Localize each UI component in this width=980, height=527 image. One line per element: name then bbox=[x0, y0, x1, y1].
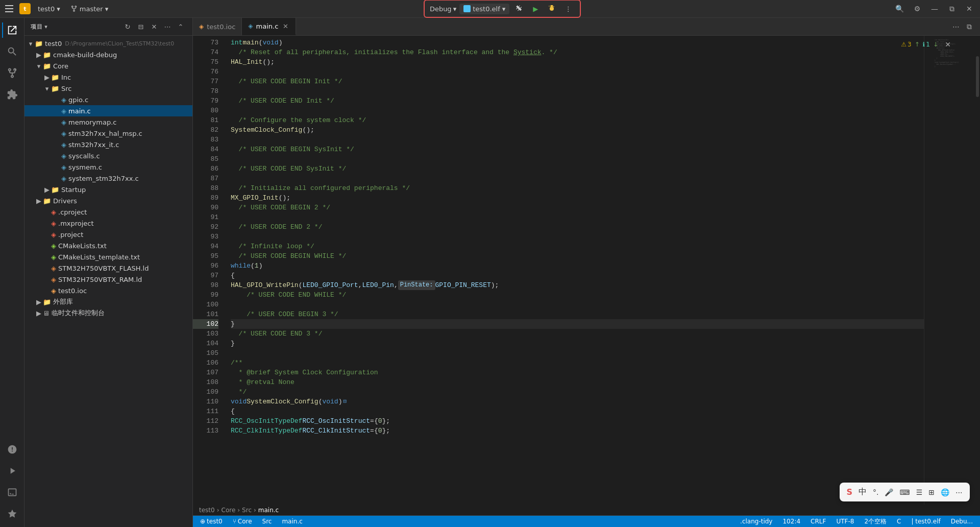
status-line-ending[interactable]: CRLF bbox=[808, 517, 828, 526]
minimap[interactable]: int main(void){ HAL_Init(); SystemClock_… bbox=[924, 36, 975, 505]
ime-voice[interactable]: 🎤 bbox=[884, 487, 894, 497]
status-clang-tidy[interactable]: .clang-tidy bbox=[738, 517, 774, 526]
collapse-icon[interactable]: ⊟ bbox=[135, 21, 146, 32]
breadcrumb-item-core[interactable]: Core bbox=[222, 507, 236, 514]
settings-icon-btn[interactable]: ⚙ bbox=[911, 2, 924, 15]
tree-item-test0[interactable]: ▾ 📁 test0 D:\Programme\CLion_Test\STM32\… bbox=[24, 38, 192, 49]
code-line-110: void SystemClock_Config(void) ⊟ bbox=[231, 397, 924, 406]
tree-item-project[interactable]: ◈ .project bbox=[24, 229, 192, 240]
tree-item-main-c[interactable]: ◈ main.c bbox=[24, 105, 192, 116]
tree-item-ram-ld[interactable]: ◈ STM32H750VBTX_RAM.ld bbox=[24, 274, 192, 285]
tree-item-src[interactable]: ▾ 📁 Src bbox=[24, 83, 192, 94]
status-spaces[interactable]: 2个空格 bbox=[862, 516, 889, 527]
ime-lang[interactable]: 🌐 bbox=[940, 487, 950, 497]
tree-item-mxproject[interactable]: ◈ .mxproject bbox=[24, 218, 192, 229]
activity-terminal[interactable] bbox=[2, 482, 22, 502]
status-src[interactable]: Src bbox=[260, 517, 274, 526]
tree-label: main.c bbox=[68, 107, 91, 115]
tree-item-syscalls[interactable]: ◈ syscalls.c bbox=[24, 150, 192, 161]
tree-item-startup[interactable]: ▶ 📁 Startup bbox=[24, 184, 192, 195]
debug-icon-btn[interactable] bbox=[545, 2, 558, 15]
tree-item-drivers[interactable]: ▶ 📁 Drivers bbox=[24, 195, 192, 206]
search-icon-btn[interactable]: 🔍 bbox=[893, 2, 906, 15]
tab-list-icon[interactable]: ⋯ bbox=[949, 20, 963, 33]
ime-more[interactable]: ⋯ bbox=[954, 487, 964, 497]
tree-item-sysmem[interactable]: ◈ sysmem.c bbox=[24, 161, 192, 173]
tree-item-temp[interactable]: ▶ 🖥 临时文件和控制台 bbox=[24, 307, 192, 319]
c-file-icon: ◈ bbox=[61, 141, 66, 149]
status-branch[interactable]: ⑂ Core bbox=[231, 517, 254, 526]
menu-icon[interactable] bbox=[4, 3, 15, 14]
breadcrumb-item-test0[interactable]: test0 bbox=[199, 507, 215, 514]
c-file-icon: ◈ bbox=[61, 118, 66, 126]
sidebar-actions: ↻ ⊟ ✕ ⋯ ⌃ bbox=[122, 21, 186, 32]
code-line-112: RCC_OscInitTypeDef RCC_OscInitStruct = {… bbox=[231, 416, 924, 426]
tree-item-hal-msp[interactable]: ◈ stm32h7xx_hal_msp.c bbox=[24, 128, 192, 139]
file-project-icon: ◈ bbox=[51, 220, 56, 227]
fold-icon[interactable]: ⊟ bbox=[344, 397, 347, 406]
minimize-btn[interactable]: — bbox=[928, 2, 941, 15]
warning-count[interactable]: ⚠ 3 bbox=[901, 41, 911, 48]
more-sidebar-icon[interactable]: ⋯ bbox=[162, 21, 173, 32]
elf-selector[interactable]: test0.elf ▾ bbox=[459, 4, 509, 14]
tree-item-stm32-it[interactable]: ◈ stm32h7xx_it.c bbox=[24, 139, 192, 150]
branch-selector[interactable]: master ▾ bbox=[67, 4, 111, 14]
tree-item-flash-ld[interactable]: ◈ STM32H750VBTX_FLASH.ld bbox=[24, 262, 192, 274]
tab-close-btn[interactable]: ✕ bbox=[281, 22, 289, 30]
status-file[interactable]: main.c bbox=[280, 517, 304, 526]
tree-item-cmakelists[interactable]: ◈ CMakeLists.txt bbox=[24, 240, 192, 251]
tree-item-core[interactable]: ▾ 📁 Core bbox=[24, 60, 192, 71]
split-editor-icon[interactable]: ⧉ bbox=[963, 20, 976, 33]
activity-extensions[interactable] bbox=[2, 84, 22, 105]
ime-chinese[interactable]: 中 bbox=[857, 486, 868, 498]
status-project[interactable]: ⊕ test0 bbox=[198, 517, 225, 526]
close-sidebar-icon[interactable]: ✕ bbox=[149, 21, 160, 32]
tree-item-cmake-build[interactable]: ▶ 📁 cmake-build-debug bbox=[24, 49, 192, 60]
build-icon-btn[interactable] bbox=[512, 2, 526, 15]
more-options-icon[interactable]: ⋮ bbox=[561, 2, 575, 15]
status-src-label: Src bbox=[262, 518, 272, 525]
tree-item-inc[interactable]: ▶ 📁 Inc bbox=[24, 71, 192, 83]
activity-settings[interactable] bbox=[2, 504, 22, 524]
activity-git[interactable] bbox=[2, 63, 22, 83]
info-count[interactable]: ℹ 1 bbox=[923, 41, 930, 48]
status-encoding[interactable]: UTF-8 bbox=[834, 517, 856, 526]
chevron-sidebar-icon[interactable]: ⌃ bbox=[175, 21, 186, 32]
status-position[interactable]: 102:4 bbox=[780, 517, 802, 526]
maximize-btn[interactable]: ⧉ bbox=[945, 2, 959, 15]
ime-grid[interactable]: ⊞ bbox=[927, 487, 936, 497]
debug-config-selector[interactable]: Debug ▾ bbox=[430, 5, 456, 13]
tree-item-ext-libs[interactable]: ▶ 📁 外部库 bbox=[24, 296, 192, 307]
tree-item-cmakelists-template[interactable]: ◈ CMakeLists_template.txt bbox=[24, 251, 192, 262]
code-content[interactable]: int main(void) /* Reset of all periphera… bbox=[223, 36, 924, 505]
breadcrumb-item-src[interactable]: Src bbox=[242, 507, 252, 514]
close-btn[interactable]: ✕ bbox=[963, 2, 976, 15]
activity-warnings[interactable] bbox=[2, 439, 22, 460]
project-selector[interactable]: test0 ▾ bbox=[35, 4, 63, 14]
tree-item-gpio-c[interactable]: ◈ gpio.c bbox=[24, 94, 192, 105]
tree-item-memorymap-c[interactable]: ◈ memorymap.c bbox=[24, 116, 192, 128]
project-name: test0 bbox=[38, 5, 55, 13]
status-lang[interactable]: C bbox=[895, 517, 903, 526]
tab-test0-ioc[interactable]: ◈ test0.ioc bbox=[193, 18, 242, 35]
activity-explorer[interactable] bbox=[2, 20, 22, 40]
breadcrumb-item-main[interactable]: main.c bbox=[258, 507, 279, 514]
ime-menu[interactable]: ☰ bbox=[915, 487, 924, 497]
run-icon-btn[interactable]: ▶ bbox=[529, 2, 542, 15]
titlebar-center: Debug ▾ test0.elf ▾ ▶ ⋮ bbox=[424, 0, 581, 18]
ime-sogou[interactable]: S bbox=[846, 486, 854, 498]
code-line-106: /** bbox=[231, 358, 924, 368]
tab-main-c[interactable]: ◈ main.c ✕ bbox=[242, 18, 296, 35]
refresh-icon[interactable]: ↻ bbox=[122, 21, 133, 32]
tree-item-ioc[interactable]: ◈ test0.ioc bbox=[24, 285, 192, 296]
close-warning-icon[interactable]: ✕ bbox=[941, 38, 954, 51]
status-debug[interactable]: Debu... bbox=[949, 517, 975, 526]
tree-item-system-stm32[interactable]: ◈ system_stm32h7xx.c bbox=[24, 173, 192, 184]
activity-search[interactable] bbox=[2, 41, 22, 62]
activity-run[interactable] bbox=[2, 461, 22, 481]
ime-keyboard[interactable]: ⌨ bbox=[898, 487, 911, 497]
tree-item-cproject[interactable]: ◈ .cproject bbox=[24, 206, 192, 218]
ime-dot[interactable]: °. bbox=[872, 487, 879, 497]
status-elf-file[interactable]: | test0.elf bbox=[909, 517, 942, 526]
git-branch-icon: ⑂ bbox=[233, 518, 236, 525]
